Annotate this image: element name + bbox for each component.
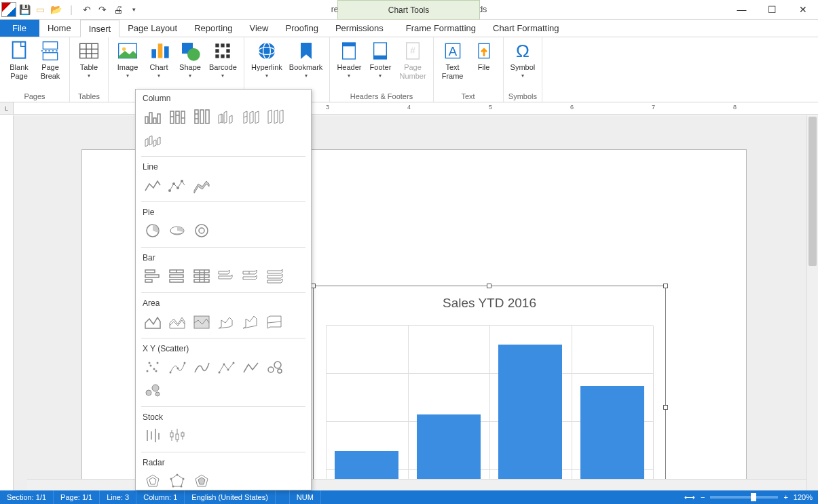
chart-type-3d-stacked-area[interactable] <box>240 312 261 331</box>
new-icon[interactable]: ▭ <box>33 2 48 17</box>
chart-type-3d-100-stacked-column[interactable] <box>265 107 285 126</box>
qa-dropdown-icon[interactable]: ▾ <box>126 2 141 17</box>
chart-type-3d-100-stacked-bar[interactable] <box>265 267 285 286</box>
barcode-button[interactable]: Barcode ▾ <box>206 39 240 80</box>
svg-rect-47 <box>195 110 198 123</box>
chart-type-clustered-bar[interactable] <box>143 267 163 286</box>
chart-type-3d-stacked-bar[interactable] <box>240 267 261 286</box>
resize-handle[interactable] <box>663 284 668 288</box>
zoom-slider-thumb[interactable] <box>751 493 756 501</box>
tab-file[interactable]: File <box>0 20 39 37</box>
chart-type-stacked-area[interactable] <box>167 312 187 331</box>
zoom-slider[interactable] <box>710 496 778 499</box>
text-frame-button[interactable]: A Text Frame <box>438 39 468 82</box>
zoom-out-icon[interactable]: − <box>701 493 705 501</box>
table-button[interactable]: Table ▾ <box>74 39 104 80</box>
svg-rect-39 <box>153 118 156 123</box>
status-line[interactable]: Line: 3 <box>100 490 136 504</box>
tab-home[interactable]: Home <box>39 20 80 37</box>
chart-type-3d-column[interactable] <box>143 130 163 149</box>
maximize-icon[interactable]: ☐ <box>757 0 787 20</box>
chart-type-stacked-bar[interactable] <box>167 267 187 286</box>
chart-type-doughnut[interactable] <box>191 221 212 240</box>
chart-type-3d-100-stacked-area[interactable] <box>265 312 285 331</box>
app-icon[interactable] <box>1 2 16 17</box>
minimize-icon[interactable]: — <box>726 0 757 20</box>
vertical-ruler[interactable] <box>0 115 14 490</box>
shape-button[interactable]: Shape ▾ <box>175 39 205 80</box>
chart-type-3d-clustered-column[interactable] <box>216 107 236 126</box>
page-break-button[interactable]: Page Break <box>35 39 65 82</box>
chart-type-radar[interactable] <box>143 471 163 490</box>
chart-type-line-markers[interactable] <box>167 176 187 195</box>
redo-icon[interactable]: ↷ <box>95 2 110 17</box>
chart-type-100-stacked-column[interactable] <box>191 107 212 126</box>
chart-type-scatter[interactable] <box>143 357 163 376</box>
file-button[interactable]: File <box>469 39 499 73</box>
chart-type-line[interactable] <box>143 176 163 195</box>
tab-proofing[interactable]: Proofing <box>278 20 327 37</box>
resize-handle[interactable] <box>663 405 668 410</box>
open-icon[interactable]: 📂 <box>48 2 63 17</box>
chart-type-area[interactable] <box>143 312 163 331</box>
tab-permissions[interactable]: Permissions <box>327 20 392 37</box>
status-section[interactable]: Section: 1/1 <box>0 490 54 504</box>
chart-type-stacked-column[interactable] <box>167 107 187 126</box>
chart-type-scatter-smooth[interactable] <box>191 357 212 376</box>
tab-reporting[interactable]: Reporting <box>186 20 241 37</box>
resize-handle[interactable] <box>487 284 491 288</box>
save-icon[interactable]: 💾 <box>17 2 32 17</box>
page-number-button[interactable]: # Page Number <box>396 39 428 82</box>
chart-type-filled-radar[interactable] <box>191 471 212 490</box>
status-language[interactable]: English (United States) <box>185 490 276 504</box>
tab-insert[interactable]: Insert <box>80 20 120 37</box>
title-bar: 💾 ▭ 📂 | ↶ ↷ 🖨 ▾ report-template.tx* - TX… <box>0 0 818 20</box>
chart-type-scatter-lines-markers[interactable] <box>216 357 236 376</box>
chart-type-3d-clustered-bar[interactable] <box>216 267 236 286</box>
status-num[interactable]: NUM <box>289 490 321 504</box>
chart-type-scatter-lines[interactable] <box>240 357 261 376</box>
close-icon[interactable]: ✕ <box>787 0 818 20</box>
footer-button[interactable]: Footer ▾ <box>365 39 395 80</box>
chart-type-100-stacked-area[interactable] <box>191 312 212 331</box>
chart-type-bubble[interactable] <box>265 357 285 376</box>
print-icon[interactable]: 🖨 <box>111 2 126 17</box>
chart-type-3d-bubble[interactable] <box>143 381 163 400</box>
header-button[interactable]: Header ▾ <box>334 39 364 80</box>
chart-type-clustered-column[interactable] <box>143 107 163 126</box>
image-button[interactable]: Image ▾ <box>113 39 143 80</box>
status-page[interactable]: Page: 1/1 <box>54 490 100 504</box>
chart-type-100-stacked-bar[interactable] <box>191 267 212 286</box>
chart-object[interactable]: Sales YTD 2016 <box>313 286 666 490</box>
chart-type-stock-ohlc[interactable] <box>167 426 187 445</box>
chart-type-radar-markers[interactable] <box>167 471 187 490</box>
chart-type-stock-hlc[interactable] <box>143 426 163 445</box>
hyperlink-button[interactable]: Hyperlink ▾ <box>248 39 285 80</box>
chart-type-scatter-smooth-markers[interactable] <box>167 357 187 376</box>
blank-page-button[interactable]: Blank Page <box>4 39 34 82</box>
zoom-level[interactable]: 120% <box>794 493 813 501</box>
status-column[interactable]: Column: 1 <box>136 490 185 504</box>
page-viewport[interactable]: Sales YTD 2016 <box>14 115 818 490</box>
tab-chart-formatting[interactable]: Chart Formatting <box>485 20 568 37</box>
resize-handle[interactable] <box>311 284 316 288</box>
chart-button[interactable]: Chart ▾ <box>144 39 174 80</box>
ruler-corner[interactable]: L <box>0 102 14 115</box>
bookmark-button[interactable]: Bookmark ▾ <box>286 39 326 80</box>
horizontal-ruler[interactable]: L 12345678 <box>0 102 818 115</box>
symbol-button[interactable]: Ω Symbol ▾ <box>508 39 538 80</box>
undo-icon[interactable]: ↶ <box>79 2 94 17</box>
tab-frame-formatting[interactable]: Frame Formatting <box>398 20 485 37</box>
tab-view[interactable]: View <box>242 20 278 37</box>
page-width-icon[interactable]: ⟷ <box>684 493 695 502</box>
vertical-scrollbar[interactable] <box>806 115 818 490</box>
chart-type-pie[interactable] <box>143 221 163 240</box>
chart-type-3d-pie[interactable] <box>167 221 187 240</box>
svg-point-107 <box>181 486 183 488</box>
chart-type-3d-stacked-column[interactable] <box>240 107 261 126</box>
chart-type-3d-area[interactable] <box>216 312 236 331</box>
zoom-in-icon[interactable]: + <box>783 493 787 501</box>
chart-type-3d-line[interactable] <box>191 176 212 195</box>
tab-page-layout[interactable]: Page Layout <box>119 20 186 37</box>
scrollbar-thumb[interactable] <box>808 117 817 266</box>
